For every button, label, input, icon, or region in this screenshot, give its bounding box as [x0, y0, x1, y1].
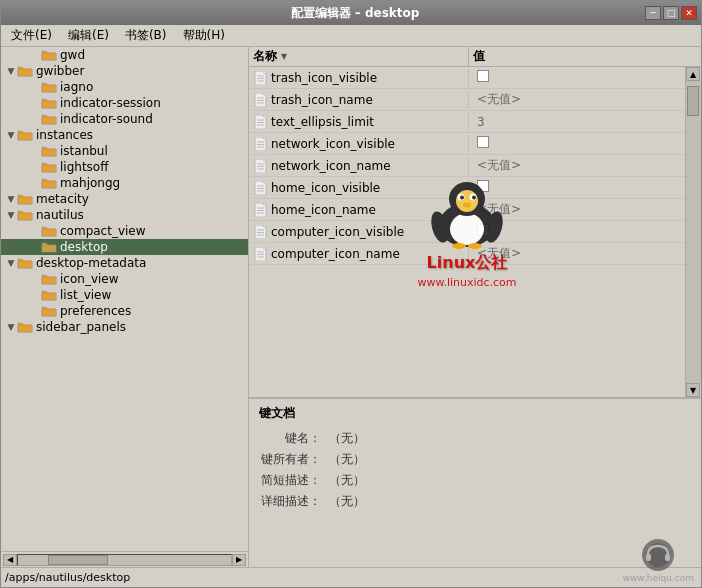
- horizontal-scrollbar[interactable]: [17, 554, 232, 566]
- menu-bookmarks[interactable]: 书签(B): [117, 25, 175, 46]
- doc-icon-0: [253, 247, 267, 261]
- key-doc-label-3: 详细描述：: [259, 493, 329, 510]
- row-name-1: computer_icon_visible: [271, 225, 404, 239]
- folder-icon-preferences: [41, 305, 57, 317]
- checkbox-8[interactable]: [477, 70, 489, 82]
- folder-icon-desktop: [41, 241, 57, 253]
- tree-item-gwd[interactable]: ▶ gwd: [1, 47, 248, 63]
- row-name-4: network_icon_name: [271, 159, 391, 173]
- cell-value-4: <无值>: [477, 158, 521, 172]
- maximize-button[interactable]: □: [663, 6, 679, 20]
- tree-item-lightsoff[interactable]: ▶ lightsoff: [1, 159, 248, 175]
- item-label-list_view: list_view: [60, 288, 111, 302]
- folder-icon-instances: [17, 129, 33, 141]
- scroll-right-button[interactable]: ▶: [232, 554, 246, 566]
- row-name-5: network_icon_visible: [271, 137, 395, 151]
- tree-item-compact_view[interactable]: ▶ compact_view: [1, 223, 248, 239]
- main-content: ▶ gwd ▼ gwibber ▶ iagno ▶ indicator-sess…: [1, 47, 701, 567]
- cell-name-1: computer_icon_visible: [249, 223, 469, 241]
- checkbox-1[interactable]: [477, 224, 489, 236]
- table-row[interactable]: trash_icon_name <无值>: [249, 89, 685, 111]
- heiqu-logo-icon: [638, 538, 678, 573]
- table-row[interactable]: trash_icon_visible: [249, 67, 685, 89]
- table-row[interactable]: home_icon_name <无值>: [249, 199, 685, 221]
- item-label-gwibber: gwibber: [36, 64, 84, 78]
- menu-file[interactable]: 文件(E): [3, 25, 60, 46]
- table-row[interactable]: network_icon_name <无值>: [249, 155, 685, 177]
- tree-item-mahjongg[interactable]: ▶ mahjongg: [1, 175, 248, 191]
- tree-item-indicator-sound[interactable]: ▶ indicator-sound: [1, 111, 248, 127]
- cell-value-container-8: [469, 68, 685, 87]
- svg-rect-51: [646, 554, 651, 561]
- window-title: 配置编辑器 – desktop: [65, 5, 645, 22]
- cell-value-2: <无值>: [477, 202, 521, 216]
- table-row[interactable]: computer_icon_visible: [249, 221, 685, 243]
- tree-item-iagno[interactable]: ▶ iagno: [1, 79, 248, 95]
- doc-icon-1: [253, 225, 267, 239]
- cell-name-2: home_icon_name: [249, 201, 469, 219]
- scroll-down-button[interactable]: ▼: [686, 383, 700, 397]
- folder-icon-gwd: [41, 49, 57, 61]
- tree-item-indicator-session[interactable]: ▶ indicator-session: [1, 95, 248, 111]
- checkbox-5[interactable]: [477, 136, 489, 148]
- table-row[interactable]: network_icon_visible: [249, 133, 685, 155]
- tree-item-list_view[interactable]: ▶ list_view: [1, 287, 248, 303]
- doc-icon-2: [253, 203, 267, 217]
- row-name-8: trash_icon_visible: [271, 71, 377, 85]
- doc-icon-8: [253, 71, 267, 85]
- tree-item-sidebar_panels[interactable]: ▼ sidebar_panels: [1, 319, 248, 335]
- menu-help[interactable]: 帮助(H): [175, 25, 233, 46]
- cell-value-7: <无值>: [477, 92, 521, 106]
- key-doc-row-1: 键所有者： （无）: [259, 451, 691, 468]
- key-doc-label-0: 键名：: [259, 430, 329, 447]
- tree-item-metacity[interactable]: ▼ metacity: [1, 191, 248, 207]
- tree-item-desktop-metadata[interactable]: ▼ desktop-metadata: [1, 255, 248, 271]
- column-name-label: 名称: [253, 48, 277, 65]
- status-path: /apps/nautilus/desktop: [5, 571, 130, 584]
- key-doc-fields: 键名： （无） 键所有者： （无） 简短描述： （无） 详细描述： （无）: [259, 430, 691, 510]
- table-row[interactable]: home_icon_visible: [249, 177, 685, 199]
- cell-value-container-3: [469, 178, 685, 197]
- scroll-track[interactable]: [686, 81, 701, 383]
- folder-icon-indicator-session: [41, 97, 57, 109]
- cell-value-container-2: <无值>: [469, 199, 685, 220]
- checkbox-3[interactable]: [477, 180, 489, 192]
- menu-edit[interactable]: 编辑(E): [60, 25, 117, 46]
- table-row[interactable]: computer_icon_name <无值>: [249, 243, 685, 265]
- folder-icon-list_view: [41, 289, 57, 301]
- item-label-indicator-sound: indicator-sound: [60, 112, 153, 126]
- key-doc-value-0: （无）: [329, 430, 365, 447]
- doc-icon-6: [253, 115, 267, 129]
- row-name-0: computer_icon_name: [271, 247, 400, 261]
- scrollbar-thumb[interactable]: [48, 555, 108, 565]
- row-name-2: home_icon_name: [271, 203, 376, 217]
- table-row[interactable]: text_ellipsis_limit 3: [249, 111, 685, 133]
- cell-name-5: network_icon_visible: [249, 135, 469, 153]
- tree-container[interactable]: ▶ gwd ▼ gwibber ▶ iagno ▶ indicator-sess…: [1, 47, 248, 551]
- item-label-instances: instances: [36, 128, 93, 142]
- column-value-header: 值: [469, 47, 701, 66]
- close-button[interactable]: ✕: [681, 6, 697, 20]
- right-panel: 名称 ▼ 值 trash_icon_visible trash_icon_nam…: [249, 47, 701, 567]
- heiqu-domain: www.heiqu.com: [623, 573, 694, 583]
- folder-icon-istanbul: [41, 145, 57, 157]
- tree-item-desktop[interactable]: ▶ desktop: [1, 239, 248, 255]
- scroll-left-button[interactable]: ◀: [3, 554, 17, 566]
- tree-arrow-desktop-metadata: ▼: [5, 257, 17, 269]
- folder-icon-lightsoff: [41, 161, 57, 173]
- tree-item-nautilus[interactable]: ▼ nautilus: [1, 207, 248, 223]
- scroll-up-button[interactable]: ▲: [686, 67, 700, 81]
- folder-icon-nautilus: [17, 209, 33, 221]
- key-doc-value-3: （无）: [329, 493, 365, 510]
- tree-item-istanbul[interactable]: ▶ istanbul: [1, 143, 248, 159]
- minimize-button[interactable]: ─: [645, 6, 661, 20]
- tree-item-instances[interactable]: ▼ instances: [1, 127, 248, 143]
- tree-item-gwibber[interactable]: ▼ gwibber: [1, 63, 248, 79]
- tree-item-preferences[interactable]: ▶ preferences: [1, 303, 248, 319]
- table-body[interactable]: trash_icon_visible trash_icon_name <无值> …: [249, 67, 685, 397]
- item-label-metacity: metacity: [36, 192, 89, 206]
- tree-item-icon_view[interactable]: ▶ icon_view: [1, 271, 248, 287]
- scroll-thumb[interactable]: [687, 86, 699, 116]
- item-label-iagno: iagno: [60, 80, 93, 94]
- svg-rect-52: [665, 554, 670, 561]
